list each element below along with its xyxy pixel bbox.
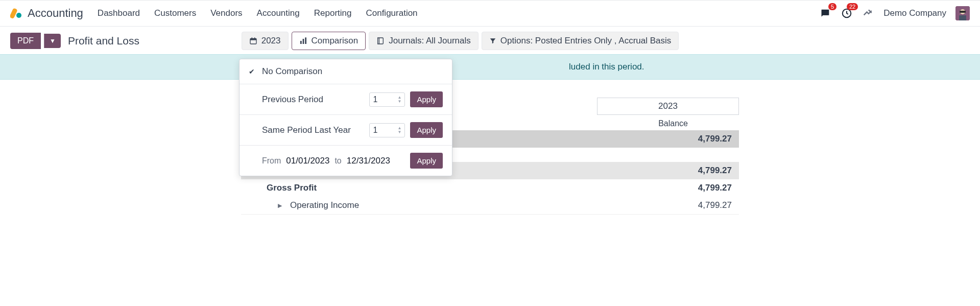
income-amount: 4,799.27 xyxy=(698,166,732,176)
messages-badge: 5 xyxy=(828,3,836,10)
spinner-icon: ▲▼ xyxy=(398,126,402,134)
same-period-label: Same Period Last Year xyxy=(262,125,364,135)
options-filter-button[interactable]: Options: Posted Entries Only , Accrual B… xyxy=(482,32,679,50)
no-comparison-option[interactable]: ✔ No Comparison xyxy=(240,59,452,84)
pdf-caret-button[interactable]: ▼ xyxy=(44,34,61,48)
gross-profit-label: Gross Profit xyxy=(267,183,317,193)
page-title: Profit and Loss xyxy=(68,35,139,47)
banner-fragment: luded in this period. xyxy=(569,62,644,72)
top-nav: Accounting Dashboard Customers Vendors A… xyxy=(0,0,980,27)
same-period-option: Same Period Last Year 1 ▲▼ Apply xyxy=(240,115,452,146)
net-profit-amount: 4,799.27 xyxy=(698,134,732,144)
bar-chart-icon xyxy=(299,37,307,45)
custom-range-option: From 01/01/2023 to 12/31/2023 Apply xyxy=(240,146,452,176)
year-column-header: 2023 xyxy=(597,98,739,115)
svg-point-1 xyxy=(16,13,21,18)
svg-rect-11 xyxy=(300,41,302,44)
previous-period-input[interactable]: 1 ▲▼ xyxy=(369,92,405,107)
to-date-input[interactable]: 12/31/2023 xyxy=(347,156,390,166)
tools-icon[interactable] xyxy=(862,7,874,19)
nav-vendors[interactable]: Vendors xyxy=(210,8,242,18)
to-label: to xyxy=(334,156,341,166)
from-date-input[interactable]: 01/01/2023 xyxy=(286,156,329,166)
operating-income-label: Operating Income xyxy=(290,200,359,210)
options-filter-label: Options: Posted Entries Only , Accrual B… xyxy=(500,36,671,46)
comparison-filter-button[interactable]: Comparison xyxy=(292,32,366,50)
nav-dashboard[interactable]: Dashboard xyxy=(98,8,140,18)
svg-rect-12 xyxy=(302,39,304,44)
svg-rect-5 xyxy=(960,11,966,13)
operating-income-row[interactable]: ▶ Operating Income 4,799.27 xyxy=(241,197,739,215)
svg-rect-0 xyxy=(10,8,18,19)
operating-income-amount: 4,799.27 xyxy=(698,200,732,210)
user-avatar[interactable] xyxy=(955,6,970,20)
svg-rect-8 xyxy=(250,38,256,40)
check-icon: ✔ xyxy=(249,67,257,76)
journals-filter-button[interactable]: Journals: All Journals xyxy=(369,32,479,50)
company-name[interactable]: Demo Company xyxy=(883,8,946,18)
svg-rect-6 xyxy=(959,15,966,20)
activities-button[interactable]: 22 xyxy=(841,7,853,19)
book-icon xyxy=(376,37,385,45)
info-banner: padding padding padding padding padding … xyxy=(0,54,980,80)
gross-profit-row: Gross Profit 4,799.27 xyxy=(241,179,739,197)
caret-right-icon[interactable]: ▶ xyxy=(278,202,285,209)
same-period-input[interactable]: 1 ▲▼ xyxy=(369,123,405,137)
filter-group: 2023 Comparison Journals: All Journals O… xyxy=(242,32,679,50)
no-comparison-label: No Comparison xyxy=(262,66,443,77)
year-filter-label: 2023 xyxy=(261,36,281,46)
apply-range-button[interactable]: Apply xyxy=(410,153,443,169)
svg-rect-13 xyxy=(305,37,306,44)
from-label: From xyxy=(262,156,281,166)
year-filter-button[interactable]: 2023 xyxy=(242,32,289,50)
app-title: Accounting xyxy=(28,7,83,20)
nav-customers[interactable]: Customers xyxy=(154,8,196,18)
journals-filter-label: Journals: All Journals xyxy=(389,36,471,46)
apply-same-button[interactable]: Apply xyxy=(410,122,443,138)
activities-badge: 22 xyxy=(847,3,858,10)
spinner-icon: ▲▼ xyxy=(398,96,402,104)
messages-button[interactable]: 5 xyxy=(819,7,831,19)
previous-period-label: Previous Period xyxy=(262,95,364,105)
comparison-filter-label: Comparison xyxy=(312,36,358,46)
apply-previous-button[interactable]: Apply xyxy=(410,91,443,107)
app-logo-icon xyxy=(10,7,22,19)
nav-reporting[interactable]: Reporting xyxy=(314,8,352,18)
calendar-icon xyxy=(249,37,257,45)
nav-configuration[interactable]: Configuration xyxy=(366,8,417,18)
gross-profit-amount: 4,799.27 xyxy=(698,183,732,193)
filter-icon xyxy=(489,37,496,44)
nav-accounting[interactable]: Accounting xyxy=(257,8,300,18)
comparison-dropdown: ✔ No Comparison Previous Period 1 ▲▼ App… xyxy=(239,59,452,176)
toolbar: PDF ▼ Profit and Loss 2023 Comparison Jo… xyxy=(0,27,980,54)
previous-period-option: Previous Period 1 ▲▼ Apply xyxy=(240,84,452,115)
pdf-button[interactable]: PDF xyxy=(10,33,41,49)
